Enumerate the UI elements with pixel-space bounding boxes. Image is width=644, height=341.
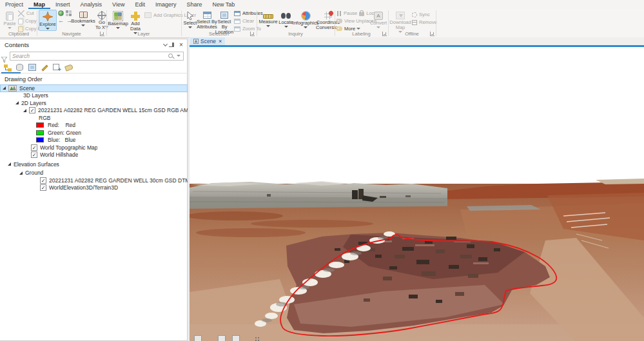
tree-item-scene[interactable]: Scene xyxy=(0,84,188,92)
scene-nav-dots xyxy=(255,336,260,341)
full-extent-button[interactable] xyxy=(58,10,72,17)
tab-new-tab[interactable]: New Tab xyxy=(207,0,240,9)
measure-button[interactable]: Measure xyxy=(259,10,278,31)
tree-item-terrain3d-layer[interactable]: ✓ WorldElevation3D/Terrain3D xyxy=(0,184,188,192)
lock-icon xyxy=(359,12,364,16)
select-by-attributes-icon xyxy=(203,12,211,19)
binoculars-icon xyxy=(281,13,291,19)
select-cursor-icon xyxy=(186,12,194,20)
remove-button[interactable]: Remove xyxy=(412,19,437,26)
scene-nav-button[interactable] xyxy=(232,335,240,341)
scene-nav-button[interactable] xyxy=(218,335,226,341)
pause-labeling-button[interactable]: Pause xyxy=(337,10,357,17)
list-by-data-source-icon[interactable] xyxy=(16,64,24,72)
view-unplaced-button[interactable]: View Unplaced xyxy=(337,17,370,24)
selection-dialog-launcher[interactable] xyxy=(250,32,255,36)
tree-item-rgb-raster-layer[interactable]: ✓ 20221231 A02282 REG GARDEN WELL 15cm G… xyxy=(0,107,188,115)
layer-checkbox[interactable]: ✓ xyxy=(31,151,37,158)
group-layer: Basemap Add Data Add Graphics Layer Laye… xyxy=(107,9,181,37)
sync-button[interactable]: Sync xyxy=(412,11,437,18)
tab-insert[interactable]: Insert xyxy=(50,0,75,9)
select-by-attributes-button[interactable]: Select By Attributes xyxy=(198,10,216,31)
unplaced-label-icon xyxy=(337,19,342,23)
list-by-selection-icon[interactable] xyxy=(28,64,37,72)
infographics-button[interactable]: Infographics xyxy=(294,10,317,31)
select-button[interactable]: Select xyxy=(182,10,198,31)
expander-icon[interactable] xyxy=(23,109,26,112)
pause-icon xyxy=(337,11,342,16)
tree-item-blue-channel: Blue: Blue xyxy=(0,137,188,144)
paste-button[interactable]: Paste xyxy=(3,10,17,31)
expander-icon[interactable] xyxy=(8,162,11,166)
tree-item-2d-layers[interactable]: 2D Layers xyxy=(0,99,188,107)
paste-icon xyxy=(6,12,14,21)
terrain-render xyxy=(190,47,644,341)
tab-share[interactable]: Share xyxy=(181,0,207,9)
tab-analysis[interactable]: Analysis xyxy=(75,0,108,9)
tab-map[interactable]: Map xyxy=(28,0,50,9)
remove-icon xyxy=(412,20,417,25)
group-inquiry: Measure Locate Infographics Coordinate C… xyxy=(257,9,334,37)
layer-checkbox[interactable]: ✓ xyxy=(40,184,46,191)
layer-checkbox[interactable]: ✓ xyxy=(40,177,46,184)
expander-icon[interactable] xyxy=(19,171,23,175)
scene-view-tab[interactable]: Scene × xyxy=(190,37,225,45)
bookmarks-button[interactable]: Bookmarks xyxy=(72,10,94,31)
contents-panel: Contents × Drawing Order Scene 3D Layers xyxy=(0,39,188,341)
tree-item-world-hillshade[interactable]: ✓ World Hillshade xyxy=(0,151,188,159)
scene-nav-button[interactable] xyxy=(194,335,202,341)
tab-view[interactable]: View xyxy=(107,0,130,9)
group-offline: Download Map Sync Remove Offline xyxy=(389,9,435,37)
download-map-button[interactable]: Download Map xyxy=(390,10,411,31)
download-map-icon xyxy=(396,12,405,19)
add-graphics-layer-icon xyxy=(144,12,151,18)
scene-viewport[interactable] xyxy=(190,47,644,341)
labeling-dialog-launcher[interactable] xyxy=(382,32,387,36)
navigate-dialog-launcher[interactable] xyxy=(100,32,104,36)
coordinate-pin-icon xyxy=(324,12,332,19)
tab-project[interactable]: Project xyxy=(0,0,28,9)
expander-icon[interactable] xyxy=(3,86,6,90)
select-by-location-icon xyxy=(220,12,228,19)
search-input[interactable] xyxy=(12,52,161,60)
locate-button[interactable]: Locate xyxy=(278,10,294,31)
layer-checkbox[interactable]: ✓ xyxy=(29,107,35,113)
contents-search-box xyxy=(10,52,184,61)
crosshair-icon xyxy=(98,12,106,19)
select-by-location-button[interactable]: Select By Location xyxy=(216,10,233,31)
list-by-drawing-order-icon[interactable] xyxy=(4,64,12,72)
offline-dialog-launcher[interactable] xyxy=(430,32,434,36)
ribbon: Paste Cut Copy Copy Path Clipboard Explo… xyxy=(0,9,644,38)
tab-imagery[interactable]: Imagery xyxy=(150,0,182,9)
convert-labels-button[interactable]: A Convert xyxy=(370,10,387,31)
search-options-chevron-icon[interactable] xyxy=(177,55,181,57)
tree-item-world-topographic-map[interactable]: ✓ World Topographic Map xyxy=(0,144,188,151)
panel-menu-chevron-icon[interactable] xyxy=(162,42,169,48)
expander-icon[interactable] xyxy=(15,101,19,104)
contents-toolbar xyxy=(0,63,188,73)
list-by-snapping-icon[interactable] xyxy=(53,64,61,72)
list-by-editing-icon[interactable] xyxy=(41,64,50,72)
layer-checkbox[interactable]: ✓ xyxy=(31,144,37,151)
contents-header: Contents × xyxy=(0,39,187,50)
add-data-button[interactable]: Add Data xyxy=(128,10,143,31)
convert-icon: A xyxy=(374,12,383,20)
tree-item-3d-layers[interactable]: 3D Layers xyxy=(0,92,188,100)
globe-icon xyxy=(58,10,64,16)
scene-icon xyxy=(8,85,17,92)
explore-button[interactable]: Explore xyxy=(39,10,57,31)
tab-edit[interactable]: Edit xyxy=(130,0,150,9)
close-panel-icon[interactable]: × xyxy=(178,42,184,48)
basemap-button[interactable]: Basemap xyxy=(108,10,128,31)
tree-item-ground[interactable]: Ground xyxy=(0,170,188,177)
list-by-labeling-icon[interactable] xyxy=(65,64,73,72)
tree-item-dtm-layer[interactable]: ✓ 20221231 A02282 REG GARDEN WELL 30cm G… xyxy=(0,177,188,184)
pin-icon[interactable] xyxy=(170,42,177,48)
filter-icon[interactable] xyxy=(1,54,7,59)
copy-icon xyxy=(18,19,23,24)
search-icon xyxy=(168,54,173,58)
tree-item-elevation-surfaces[interactable]: Elevation Surfaces xyxy=(0,161,188,168)
close-tab-icon[interactable]: × xyxy=(219,38,222,44)
previous-extent-button[interactable]: ←→ xyxy=(58,17,72,24)
fixed-zoom-icon xyxy=(66,10,72,16)
